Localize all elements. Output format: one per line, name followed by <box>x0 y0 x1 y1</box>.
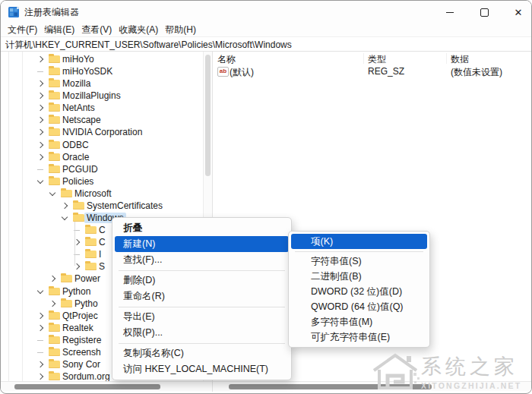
menu-separator <box>119 307 285 307</box>
menu-item-f[interactable]: 查找(F)... <box>112 252 291 268</box>
tree-item-label: miHoYo <box>60 54 97 65</box>
folder-icon <box>49 80 60 87</box>
menu-item-p[interactable]: 权限(P)... <box>112 325 291 341</box>
folder-icon <box>61 300 72 307</box>
folder-icon <box>49 361 60 368</box>
tree-item-label: MozillaPlugins <box>60 90 123 101</box>
tree-item-label: Power <box>72 273 103 284</box>
folder-icon <box>49 348 60 356</box>
tree-item-mihoyo[interactable]: miHoYo <box>1 53 203 65</box>
chevron-right-icon[interactable] <box>49 300 55 306</box>
chevron-right-icon[interactable] <box>37 129 43 135</box>
menu-separator <box>119 343 285 344</box>
chevron-down-icon[interactable] <box>49 190 55 196</box>
chevron-down-icon[interactable] <box>37 178 43 184</box>
menu-separator <box>119 270 285 271</box>
tree-item-mihoyosdk[interactable]: miHoYoSDK <box>1 65 203 77</box>
menu-item-c[interactable]: 复制项名称(C) <box>112 345 291 361</box>
maximize-icon <box>480 8 489 17</box>
menu-item-b[interactable]: 二进制值(B) <box>289 269 429 284</box>
chevron-right-icon[interactable] <box>62 203 68 209</box>
tree-horizontal-scrollbar[interactable] <box>1 381 212 391</box>
chevron-right-icon[interactable] <box>37 325 43 331</box>
chevron-down-icon[interactable] <box>37 287 43 293</box>
close-icon: ✕ <box>515 8 523 17</box>
menu-separator <box>295 251 423 252</box>
chevron-right-icon[interactable] <box>37 374 43 380</box>
menubar-item-e[interactable]: 编辑(E) <box>43 24 75 36</box>
chevron-right-icon[interactable] <box>37 93 43 99</box>
tree-item-odbc[interactable]: ODBC <box>1 139 203 151</box>
menu-item-item[interactable]: 折叠 <box>112 220 291 236</box>
tree-item-label: ODBC <box>60 140 91 150</box>
chevron-right-icon[interactable] <box>49 276 55 282</box>
menu-item-s[interactable]: 字符串值(S) <box>289 254 429 269</box>
folder-icon <box>85 226 97 234</box>
column-header-data[interactable]: 数据 <box>451 53 469 66</box>
chevron-right-icon[interactable] <box>37 141 43 147</box>
column-header-type[interactable]: 类型 <box>368 53 386 66</box>
menu-item-n[interactable]: 新建(N) <box>115 236 289 252</box>
tree-item-label: Mozilla <box>60 78 93 89</box>
chevron-right-icon[interactable] <box>37 117 43 123</box>
menu-item-d[interactable]: 删除(D) <box>112 273 291 288</box>
value-name[interactable]: (默认) <box>230 66 254 79</box>
folder-icon <box>61 190 72 197</box>
chevron-right-icon[interactable] <box>37 56 43 62</box>
tree-vertical-scrollbar-thumb[interactable] <box>205 55 211 176</box>
close-button[interactable]: ✕ <box>505 1 532 24</box>
column-divider[interactable] <box>363 53 364 64</box>
tree-item-pcguid[interactable]: PCGUID <box>1 163 203 175</box>
column-divider[interactable] <box>446 53 447 64</box>
menu-item-e[interactable]: 导出(E) <box>112 309 291 325</box>
menu-item-e[interactable]: 可扩充字符串值(E) <box>289 329 429 345</box>
tree-item-netants[interactable]: NetAnts <box>1 102 203 114</box>
tree-item-policies[interactable]: Policies <box>1 175 203 188</box>
minimize-button[interactable] <box>436 1 464 24</box>
menu-item-r[interactable]: 重命名(R) <box>112 288 291 304</box>
tree-item-label: Sordum.org <box>60 371 112 381</box>
tree-item-label: S <box>97 261 107 272</box>
menubar-item-f[interactable]: 文件(F) <box>7 24 38 36</box>
menubar-item-h[interactable]: 帮助(H) <box>164 24 197 36</box>
tree-item-nvidia-corporation[interactable]: NVIDIA Corporation <box>1 126 203 138</box>
tree-item-label: PCGUID <box>60 164 100 175</box>
menu-item-hkey-local-machine-t[interactable]: 访问 HKEY_LOCAL_MACHINE(T) <box>112 361 291 377</box>
list-horizontal-scrollbar[interactable] <box>213 381 531 391</box>
tree-item-mozillaplugins[interactable]: MozillaPlugins <box>1 90 203 102</box>
tree-item-label: Microsoft <box>72 188 114 199</box>
menubar-item-v[interactable]: 查看(V) <box>81 24 112 36</box>
title-bar: 注册表编辑器 ✕ <box>1 1 531 24</box>
tree-item-mozilla[interactable]: Mozilla <box>1 77 203 90</box>
tree-item-systemcertificates[interactable]: SystemCertificates <box>1 200 203 212</box>
tree-item-label: C <box>97 225 108 235</box>
chevron-down-icon[interactable] <box>62 214 68 220</box>
maximize-button[interactable] <box>470 1 498 24</box>
folder-icon <box>85 251 97 258</box>
chevron-right-icon[interactable] <box>37 105 43 111</box>
menu-item-k[interactable]: 项(K) <box>291 234 427 249</box>
chevron-right-icon[interactable] <box>37 80 43 87</box>
chevron-right-icon[interactable] <box>37 153 43 159</box>
chevron-right-icon[interactable] <box>37 361 43 367</box>
tree-horizontal-scrollbar-thumb[interactable] <box>14 384 160 389</box>
folder-icon <box>85 263 97 270</box>
menu-item-m[interactable]: 多字符串值(M) <box>289 314 429 329</box>
chevron-right-icon[interactable] <box>37 312 43 318</box>
tree-item-label: Realtek <box>60 323 96 333</box>
folder-icon <box>73 202 84 210</box>
list-horizontal-scrollbar-thumb[interactable] <box>229 384 432 389</box>
column-header-name[interactable]: 名称 <box>217 53 236 66</box>
address-bar[interactable]: 计算机\HKEY_CURRENT_USER\Software\Policies\… <box>1 37 531 52</box>
tree-item-label: miHoYoSDK <box>60 66 115 77</box>
menubar-item-a[interactable]: 收藏夹(A) <box>118 24 159 36</box>
string-value-icon: ab <box>217 67 229 77</box>
tree-item-oracle[interactable]: Oracle <box>1 151 203 163</box>
tree-item-microsoft[interactable]: Microsoft <box>1 188 203 200</box>
window-title: 注册表编辑器 <box>24 6 79 19</box>
menu-item-qword-64-q[interactable]: QWORD (64 位)值(Q) <box>289 299 429 314</box>
tree-item-netscape[interactable]: Netscape <box>1 114 203 126</box>
menu-item-dword-32-d[interactable]: DWORD (32 位)值(D) <box>289 284 429 299</box>
tree-connector-dash <box>37 340 43 341</box>
tree-item-label: Screensh <box>60 347 103 358</box>
